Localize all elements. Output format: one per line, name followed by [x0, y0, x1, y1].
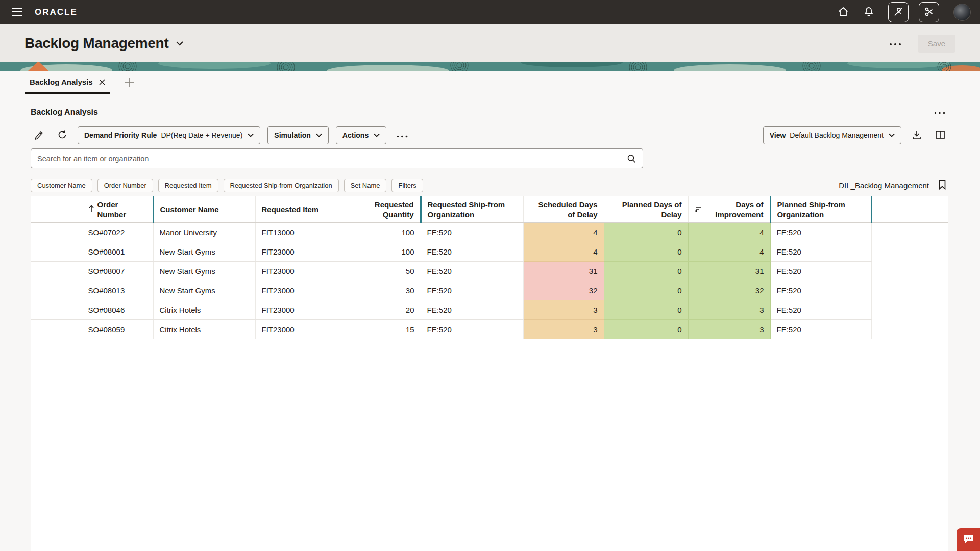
notifications-button[interactable]: [860, 3, 878, 21]
filter-chip-customer-name[interactable]: Customer Name: [31, 179, 92, 192]
section-actions-button[interactable]: [931, 105, 948, 119]
cell-days-of-improvement: 3: [688, 320, 770, 339]
cell-requested-ship-from: FE:520: [421, 320, 523, 339]
refresh-button[interactable]: [54, 127, 70, 143]
header-scheduled-days-of-delay[interactable]: Scheduled Days of Delay: [523, 196, 604, 223]
filter-chip-order-number[interactable]: Order Number: [97, 179, 153, 192]
view-dropdown[interactable]: View Default Backlog Management: [763, 126, 901, 144]
bookmark-button[interactable]: [936, 180, 948, 192]
tab-close-button[interactable]: [99, 79, 105, 85]
cell-requested-ship-from: FE:520: [421, 281, 523, 300]
cell-blank: [871, 262, 948, 281]
cell-scheduled-days-of-delay: 3: [523, 320, 604, 339]
actions-dropdown[interactable]: Actions: [336, 126, 386, 144]
header-requested-item[interactable]: Requested Item: [255, 196, 357, 223]
home-icon: [837, 6, 849, 19]
header-selector: [31, 196, 82, 223]
cell-requested-item: FIT23000: [255, 242, 357, 262]
cell-order-number: SO#08001: [82, 242, 153, 262]
filter-applied-icon[interactable]: [695, 205, 702, 215]
add-tab-button[interactable]: [125, 77, 135, 94]
cell-planned-ship-from: FE:520: [770, 300, 871, 320]
filter-chip-filters[interactable]: Filters: [391, 179, 423, 192]
tab-backlog-analysis[interactable]: Backlog Analysis: [24, 78, 110, 94]
cell-requested-ship-from: FE:520: [421, 262, 523, 281]
actions-label: Actions: [342, 131, 369, 139]
avatar[interactable]: [953, 4, 971, 21]
search-icon[interactable]: [626, 154, 636, 164]
section-title: Backlog Analysis: [31, 108, 98, 117]
header-order-number[interactable]: Order Number: [82, 196, 153, 223]
download-icon: [912, 130, 922, 141]
chevron-down-icon: [374, 133, 380, 137]
main-content: Backlog Analysis Demand Priority Rule DP…: [0, 94, 980, 551]
page-title-group[interactable]: Backlog Management: [24, 35, 184, 52]
toolbar-more-button[interactable]: [394, 129, 411, 142]
simulation-dropdown[interactable]: Simulation: [267, 126, 329, 144]
chevron-down-icon: [316, 133, 322, 137]
table-row[interactable]: SO#08013New Start GymsFIT2300030FE:52032…: [31, 281, 948, 300]
cell-scheduled-days-of-delay: 4: [523, 242, 604, 262]
scissors-slash-icon: [923, 6, 935, 19]
demand-priority-rule-dropdown[interactable]: Demand Priority Rule DP(Req Date + Reven…: [78, 126, 260, 144]
cell-planned-ship-from: FE:520: [770, 262, 871, 281]
cell-scheduled-days-of-delay: 32: [523, 281, 604, 300]
table-row[interactable]: SO#08046Citrix HotelsFIT2300020FE:520303…: [31, 300, 948, 320]
cell-blank: [871, 242, 948, 262]
cell-order-number: SO#08046: [82, 300, 153, 320]
filter-chip-requested-item[interactable]: Requested Item: [158, 179, 218, 192]
filter-chip-requested-ship-from-organization[interactable]: Requested Ship-from Organization: [224, 179, 339, 192]
cell-order-number: SO#08007: [82, 262, 153, 281]
refresh-icon: [57, 130, 67, 141]
person-slash-icon: [892, 6, 904, 19]
download-button[interactable]: [909, 127, 925, 143]
filter-chip-set-name[interactable]: Set Name: [344, 179, 387, 192]
search-input[interactable]: [37, 155, 626, 163]
cell-days-of-improvement: 3: [688, 300, 770, 320]
cell-customer-name: New Start Gyms: [153, 242, 255, 262]
header-requested-quantity[interactable]: Requested Quantity: [357, 196, 421, 223]
cell-blank: [31, 300, 82, 320]
cell-requested-quantity: 50: [357, 262, 421, 281]
pencil-icon: [34, 130, 44, 141]
hamburger-icon: [11, 7, 22, 18]
table-row[interactable]: SO#07022Manor UniversityFIT13000100FE:52…: [31, 223, 948, 242]
header-planned-ship-from[interactable]: Planned Ship-from Organization: [770, 196, 871, 223]
cell-customer-name: Manor University: [153, 223, 255, 242]
table-row[interactable]: SO#08001New Start GymsFIT23000100FE:5204…: [31, 242, 948, 262]
home-button[interactable]: [834, 3, 852, 21]
header-planned-days-of-delay[interactable]: Planned Days of Delay: [604, 196, 688, 223]
header-requested-ship-from[interactable]: Requested Ship-from Organization: [421, 196, 523, 223]
table-header-row: Order Number Customer Name Requested Ite…: [31, 196, 948, 223]
chat-feedback-button[interactable]: [957, 528, 980, 551]
clipper-button[interactable]: [919, 2, 939, 22]
page-actions-button[interactable]: [886, 37, 904, 51]
cell-planned-days-of-delay: 0: [604, 223, 688, 242]
header-customer-name[interactable]: Customer Name: [153, 196, 255, 223]
cell-customer-name: Citrix Hotels: [153, 320, 255, 339]
assistant-button[interactable]: [888, 2, 909, 22]
header-days-of-improvement[interactable]: Days of Improvement: [688, 196, 770, 223]
cell-requested-item: FIT23000: [255, 281, 357, 300]
tab-bar: Backlog Analysis: [0, 71, 980, 94]
table-row[interactable]: SO#08007New Start GymsFIT2300050FE:52031…: [31, 262, 948, 281]
cell-requested-quantity: 100: [357, 223, 421, 242]
simulation-label: Simulation: [274, 131, 311, 139]
edit-button[interactable]: [31, 127, 47, 143]
save-button[interactable]: Save: [918, 35, 955, 53]
cell-requested-quantity: 100: [357, 242, 421, 262]
cell-planned-days-of-delay: 0: [604, 242, 688, 262]
cell-blank: [871, 223, 948, 242]
cell-requested-item: FIT23000: [255, 300, 357, 320]
cell-planned-days-of-delay: 0: [604, 281, 688, 300]
cell-requested-quantity: 20: [357, 300, 421, 320]
split-panel-button[interactable]: [932, 127, 948, 143]
cell-blank: [871, 281, 948, 300]
cell-planned-ship-from: FE:520: [770, 281, 871, 300]
view-label: View: [770, 131, 786, 139]
table-row[interactable]: SO#08059Citrix HotelsFIT2300015FE:520303…: [31, 320, 948, 339]
cell-planned-ship-from: FE:520: [770, 320, 871, 339]
hamburger-menu-button[interactable]: [8, 4, 26, 21]
filter-chip-list: Customer NameOrder NumberRequested ItemR…: [31, 179, 423, 192]
split-panel-icon: [935, 130, 945, 141]
